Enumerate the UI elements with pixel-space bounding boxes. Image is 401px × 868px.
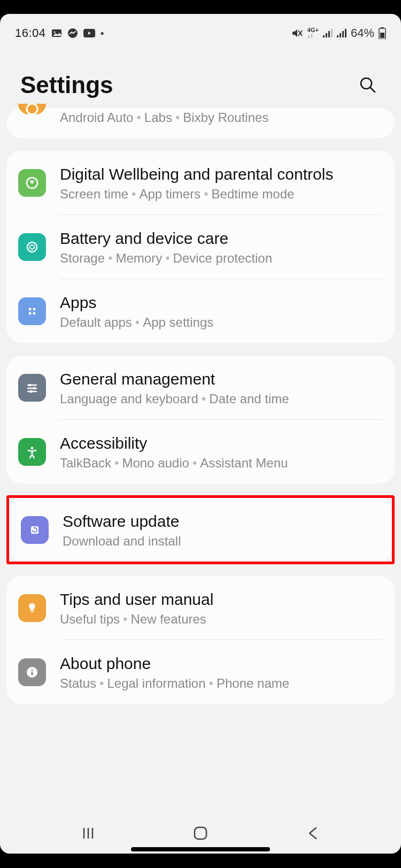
settings-item-title: General management [60,368,383,389]
general-icon [18,374,46,402]
navigation-bar [0,816,401,854]
settings-list: Android Auto•Labs•Bixby Routines Digital… [0,108,401,704]
settings-item-title: Accessibility [60,433,383,454]
signal-1-icon [323,29,333,37]
svg-point-23 [29,308,32,310]
svg-point-19 [27,104,37,114]
status-bar: 16:04 ● 4G+↓↑ 64% [0,14,401,46]
settings-item-subtitle: Android Auto•Labs•Bixby Routines [60,110,383,125]
settings-item-title: Software update [63,511,380,532]
settings-item-wellbeing[interactable]: Digital Wellbeing and parental controls … [6,151,395,214]
settings-group: Tips and user manual Useful tips•New fea… [6,576,395,704]
svg-rect-9 [331,29,333,37]
search-button[interactable] [355,72,381,98]
svg-point-28 [29,383,32,386]
page-title: Settings [20,72,113,98]
svg-rect-16 [380,33,384,38]
search-icon [359,76,377,94]
settings-item-software-update[interactable]: Software update Download and install [9,498,392,562]
back-button[interactable] [297,826,329,841]
svg-point-33 [31,447,34,449]
settings-item-subtitle: TalkBack•Mono audio•Assistant Menu [60,456,383,471]
settings-item-subtitle: Download and install [63,534,380,549]
tips-icon [18,594,46,622]
settings-item-apps[interactable]: Apps Default apps•App settings [6,279,395,343]
svg-rect-42 [195,827,206,839]
more-dot-icon: ● [101,29,104,37]
home-indicator [131,847,270,851]
settings-item-subtitle: Screen time•App timers•Bedtime mode [60,187,383,202]
wellbeing-icon [18,169,46,197]
settings-item-subtitle: Status•Legal information•Phone name [60,676,383,691]
settings-item-about[interactable]: About phone Status•Legal information•Pho… [6,640,395,704]
settings-item-battery[interactable]: Battery and device care Storage•Memory•D… [6,215,395,279]
settings-item-title: Tips and user manual [60,589,383,610]
youtube-icon [83,29,95,37]
accessibility-icon [18,438,46,466]
settings-item-title: Digital Wellbeing and parental controls [60,164,383,185]
settings-group: Software update Download and install [9,498,392,562]
settings-item-title: About phone [60,653,383,674]
svg-rect-6 [323,35,325,37]
svg-rect-38 [32,671,33,675]
svg-point-24 [33,308,36,310]
settings-item-subtitle: Useful tips•New features [60,612,383,627]
svg-rect-7 [326,33,327,37]
settings-group: Digital Wellbeing and parental controls … [6,151,395,343]
battery-icon [379,27,386,39]
signal-2-icon [337,29,346,37]
svg-point-21 [27,242,37,252]
settings-item-subtitle: Storage•Memory•Device protection [60,251,383,266]
svg-rect-35 [30,611,34,612]
svg-point-30 [33,387,36,389]
about-icon [18,658,46,686]
recents-icon [81,826,96,841]
status-time: 16:04 [15,26,46,40]
battery-care-icon [18,233,46,261]
svg-rect-11 [340,33,341,37]
home-icon [192,825,209,841]
apps-icon [18,297,46,325]
svg-rect-8 [328,31,330,37]
svg-point-37 [32,669,33,670]
svg-point-17 [361,78,372,89]
settings-item-advanced[interactable]: Android Auto•Labs•Bixby Routines [6,108,395,138]
svg-rect-13 [345,29,346,37]
settings-item-general[interactable]: General management Language and keyboard… [6,356,395,419]
settings-item-subtitle: Default apps•App settings [60,315,383,330]
network-type-icon: 4G+↓↑ [307,27,319,39]
messenger-icon [67,28,78,39]
settings-item-tips[interactable]: Tips and user manual Useful tips•New fea… [6,576,395,640]
svg-rect-12 [342,31,344,37]
gallery-icon [51,28,62,39]
settings-group: General management Language and keyboard… [6,356,395,483]
svg-point-22 [30,245,34,249]
recents-button[interactable] [72,826,104,841]
header: Settings [0,46,401,108]
mute-icon [291,28,303,39]
settings-item-title: Apps [60,292,383,313]
highlight-box: Software update Download and install [6,495,395,564]
svg-point-25 [29,312,32,314]
svg-point-32 [30,390,33,393]
settings-item-subtitle: Language and keyboard•Date and time [60,391,383,406]
svg-line-18 [371,88,375,92]
battery-percent: 64% [351,26,374,40]
svg-point-26 [33,312,36,314]
advanced-icon [18,104,46,114]
software-update-icon [21,516,49,544]
settings-group-advanced: Android Auto•Labs•Bixby Routines [6,108,395,138]
svg-point-1 [53,32,55,33]
back-icon [306,826,319,841]
svg-rect-10 [337,35,338,37]
home-button[interactable] [184,825,217,841]
settings-item-title: Battery and device care [60,228,383,249]
settings-item-accessibility[interactable]: Accessibility TalkBack•Mono audio•Assist… [6,420,395,483]
